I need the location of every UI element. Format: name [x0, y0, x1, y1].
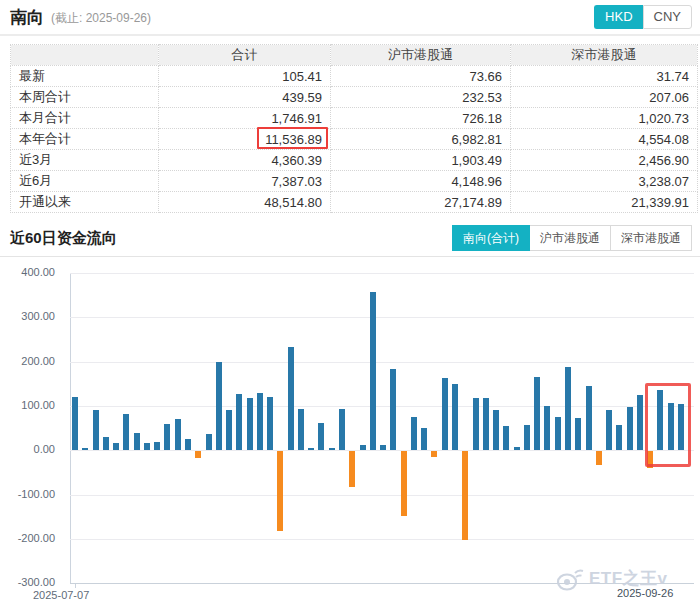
summary-table-head: 合计 沪市港股通 深市港股通	[11, 45, 698, 66]
y-axis-tick-label: 200.00	[0, 355, 55, 367]
gridline	[70, 406, 694, 407]
bar-inflow	[544, 406, 550, 450]
row-label: 本年合计	[11, 129, 159, 150]
y-axis-tick-label: -200.00	[0, 532, 55, 544]
watermark-text: ETF之王v	[589, 567, 668, 590]
bar-inflow	[616, 425, 622, 451]
currency-toggle: HKDCNY	[594, 5, 692, 29]
col-header-blank	[11, 45, 159, 66]
y-axis-tick-label: -100.00	[0, 488, 55, 500]
flow-section-header: 近60日资金流向 南向(合计)沪市港股通深市港股通	[0, 220, 700, 257]
bar-inflow	[216, 362, 222, 451]
bar-inflow	[370, 292, 376, 450]
gridline	[70, 273, 694, 274]
bar-inflow	[524, 425, 530, 450]
y-axis-tick-label: 300.00	[0, 310, 55, 322]
flow-tab-2[interactable]: 深市港股通	[611, 225, 692, 251]
table-row: 本周合计439.59232.53207.06	[11, 87, 698, 108]
as-of-date: (截止: 2025-09-26)	[51, 10, 151, 27]
row-value: 73.66	[331, 66, 511, 87]
bar-inflow	[226, 410, 232, 450]
bar-inflow	[103, 437, 109, 450]
row-value: 48,514.80	[159, 192, 331, 213]
bar-inflow	[493, 410, 499, 450]
currency-button-cny[interactable]: CNY	[643, 5, 692, 29]
flow-tabs: 南向(合计)沪市港股通深市港股通	[452, 225, 692, 251]
table-row: 最新105.4173.6631.74	[11, 66, 698, 87]
bar-outflow	[596, 451, 602, 465]
row-label: 最新	[11, 66, 159, 87]
y-axis-tick-label: -300.00	[0, 576, 55, 588]
bar-inflow	[360, 445, 366, 450]
bar-inflow	[452, 384, 458, 450]
y-axis-tick-label: 0.00	[0, 443, 55, 455]
bar-inflow	[421, 428, 427, 450]
row-label: 本周合计	[11, 87, 159, 108]
weibo-icon	[556, 565, 586, 592]
gridline	[70, 495, 694, 496]
header: 南向 (截止: 2025-09-26) HKDCNY	[0, 0, 700, 36]
bar-inflow	[627, 407, 633, 450]
row-value: 7,387.03	[159, 171, 331, 192]
table-row: 近6月7,387.034,148.963,238.07	[11, 171, 698, 192]
summary-table: 合计 沪市港股通 深市港股通 最新105.4173.6631.74本周合计439…	[10, 44, 698, 213]
flow-bar-chart: 2025-07-07 2025-09-26 ETF之王v 400.00300.0…	[0, 258, 700, 603]
x-axis-label-first: 2025-07-07	[33, 589, 89, 601]
bar-outflow	[462, 451, 468, 540]
row-value: 2,456.90	[511, 150, 698, 171]
row-value: 1,020.73	[511, 108, 698, 129]
row-value: 6,982.81	[331, 129, 511, 150]
bar-inflow	[123, 414, 129, 450]
bar-inflow	[236, 394, 242, 450]
y-axis-tick-label: 400.00	[0, 266, 55, 278]
recent-bars-highlight-box	[645, 383, 691, 467]
bar-inflow	[411, 417, 417, 450]
bar-inflow	[82, 448, 88, 450]
table-row: 开通以来48,514.8027,174.8921,339.91	[11, 192, 698, 213]
row-value: 27,174.89	[331, 192, 511, 213]
watermark: ETF之王v	[556, 565, 668, 592]
bar-inflow	[288, 347, 294, 450]
row-value: 4,360.39	[159, 150, 331, 171]
bar-inflow	[565, 367, 571, 450]
row-value: 105.41	[159, 66, 331, 87]
bar-inflow	[606, 410, 612, 450]
bar-inflow	[473, 398, 479, 451]
row-value: 439.59	[159, 87, 331, 108]
bar-inflow	[164, 424, 170, 450]
bar-inflow	[329, 448, 335, 451]
flow-tab-0[interactable]: 南向(合计)	[452, 225, 530, 251]
bar-inflow	[534, 377, 540, 451]
bar-inflow	[339, 409, 345, 450]
row-label: 开通以来	[11, 192, 159, 213]
bar-inflow	[503, 426, 509, 450]
bar-inflow	[113, 443, 119, 450]
bar-inflow	[586, 386, 592, 450]
bar-inflow	[318, 423, 324, 450]
page-title: 南向	[10, 6, 44, 29]
bar-inflow	[144, 443, 150, 450]
bar-inflow	[298, 409, 304, 450]
bar-inflow	[93, 410, 99, 451]
bar-inflow	[575, 418, 581, 450]
bar-inflow	[308, 448, 314, 451]
bar-inflow	[637, 395, 643, 450]
flow-tab-1[interactable]: 沪市港股通	[530, 225, 611, 251]
bar-inflow	[206, 434, 212, 450]
bar-outflow	[431, 451, 437, 456]
y-axis-tick-label: 100.00	[0, 399, 55, 411]
bar-inflow	[514, 447, 520, 450]
x-axis-tick	[75, 584, 76, 588]
bar-inflow	[134, 433, 140, 450]
row-value: 232.53	[331, 87, 511, 108]
bar-inflow	[72, 397, 78, 450]
row-value: 4,148.96	[331, 171, 511, 192]
currency-button-hkd[interactable]: HKD	[594, 5, 642, 29]
col-header-total: 合计	[159, 45, 331, 66]
bar-inflow	[380, 445, 386, 451]
row-value: 4,554.08	[511, 129, 698, 150]
bar-outflow	[277, 451, 283, 531]
row-value: 3,238.07	[511, 171, 698, 192]
bar-inflow	[390, 369, 396, 450]
bar-inflow	[175, 419, 181, 450]
